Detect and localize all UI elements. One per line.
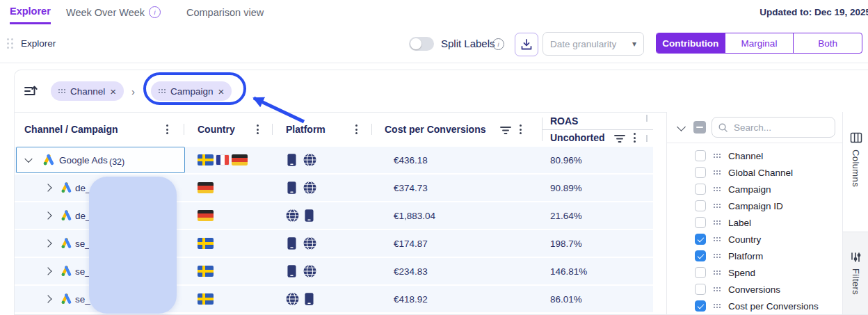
checkbox[interactable]: [695, 267, 706, 278]
filter-icon[interactable]: [614, 134, 625, 143]
cost-per-conversions-value: €436.18: [394, 155, 428, 165]
header-platform[interactable]: Platform: [286, 112, 326, 147]
checkbox[interactable]: [695, 217, 706, 228]
mode-contribution-button[interactable]: Contribution: [657, 33, 725, 53]
sort-order-icon[interactable]: [23, 83, 38, 102]
close-icon[interactable]: ×: [110, 86, 116, 97]
drag-dots-icon[interactable]: [714, 237, 721, 241]
kebab-menu-icon[interactable]: [634, 133, 636, 143]
column-item-campaign[interactable]: Campaign: [667, 181, 843, 197]
columns-panel: Channel Global Channel Campaign Campaign…: [666, 112, 843, 314]
filter-icon[interactable]: [500, 125, 511, 135]
caret-down-icon: ▾: [632, 39, 636, 49]
checkbox[interactable]: [695, 184, 706, 195]
tab-comparison-label: Comparison view: [186, 7, 264, 18]
rail-tab-columns[interactable]: Columns: [842, 112, 868, 232]
expand-chevron-icon[interactable]: [44, 267, 51, 275]
checkbox[interactable]: [695, 284, 706, 295]
checkbox[interactable]: [695, 150, 706, 161]
column-item-label: Conversions: [728, 284, 780, 295]
drag-dots-icon[interactable]: [58, 89, 65, 93]
split-labels-toggle[interactable]: [409, 37, 434, 51]
expand-chevron-icon[interactable]: [44, 295, 51, 302]
select-all-checkbox[interactable]: [693, 121, 706, 134]
updated-to-label: Updated to: Dec 19, 2025: [760, 0, 868, 24]
drag-dots-icon[interactable]: [714, 254, 721, 258]
drag-dots-icon[interactable]: [714, 287, 721, 291]
header-channel-campaign[interactable]: Channel / Campaign: [24, 112, 118, 147]
toolbar-title: Explorer: [21, 24, 56, 63]
header-cost-per-conversions[interactable]: Cost per Conversions: [385, 112, 485, 147]
collapse-chevron-icon[interactable]: [677, 122, 686, 131]
rail-tab-filters[interactable]: Filters: [842, 232, 868, 314]
table-row-google-ads[interactable]: Google Ads (32) €436.18 80.96%: [15, 147, 653, 173]
mode-marginal-button[interactable]: Marginal: [725, 33, 794, 53]
drag-dots-icon[interactable]: [714, 304, 721, 308]
checkbox-checked[interactable]: [695, 250, 706, 261]
mobile-platform-icon: [287, 265, 296, 278]
mode-both-button[interactable]: Both: [793, 33, 862, 53]
column-item-label: Channel: [728, 151, 763, 161]
drag-dots-icon[interactable]: [714, 154, 721, 158]
column-resize-handle[interactable]: [646, 115, 648, 122]
flag-germany-icon: [232, 154, 248, 165]
drag-dots-icon[interactable]: [714, 204, 721, 208]
column-item-label-field[interactable]: Label: [667, 214, 843, 231]
mobile-platform-icon: [305, 293, 314, 306]
grouping-breadcrumb-row: Channel × › Campaign ×: [15, 70, 868, 113]
search-input[interactable]: [732, 122, 819, 134]
checkbox-checked[interactable]: [695, 234, 706, 245]
column-item-cost-per-conversions[interactable]: Cost per Conversions: [667, 298, 843, 314]
tab-explorer[interactable]: Explorer: [10, 0, 51, 24]
kebab-menu-icon[interactable]: [166, 124, 168, 134]
header-country[interactable]: Country: [198, 112, 235, 147]
drag-dots-icon[interactable]: [714, 170, 721, 175]
drag-dots-icon[interactable]: [714, 270, 721, 275]
column-item-spend[interactable]: Spend: [667, 264, 843, 281]
download-button[interactable]: [515, 33, 538, 56]
tab-explorer-label: Explorer: [10, 6, 51, 17]
expand-chevron-icon[interactable]: [44, 211, 51, 219]
expand-chevron-icon[interactable]: [44, 184, 51, 191]
column-item-conversions[interactable]: Conversions: [667, 281, 843, 298]
google-ads-icon: [61, 182, 72, 194]
roas-value: 198.7%: [550, 239, 582, 249]
web-platform-icon: [303, 265, 316, 278]
tab-comparison-view[interactable]: Comparison view: [186, 0, 264, 24]
kebab-menu-icon[interactable]: [355, 124, 357, 134]
column-item-platform[interactable]: Platform: [667, 248, 843, 264]
checkbox[interactable]: [695, 167, 706, 178]
flag-sweden-icon: [198, 293, 214, 305]
drag-handle-icon[interactable]: [7, 38, 13, 49]
tab-week-over-week[interactable]: Week Over Week i: [66, 0, 161, 24]
column-item-channel[interactable]: Channel: [667, 147, 843, 164]
breadcrumb-chip-campaign[interactable]: Campaign ×: [151, 81, 232, 101]
column-item-campaign-id[interactable]: Campaign ID: [667, 197, 843, 214]
close-icon[interactable]: ×: [218, 86, 225, 97]
search-icon: [718, 122, 728, 133]
kebab-menu-icon[interactable]: [257, 124, 259, 134]
google-ads-icon: [61, 293, 72, 305]
roas-value: 21.64%: [550, 211, 582, 221]
column-item-country[interactable]: Country: [667, 231, 843, 248]
drag-dots-icon[interactable]: [159, 89, 166, 93]
breadcrumb-chip-channel[interactable]: Channel ×: [51, 81, 124, 101]
column-resize-handle[interactable]: [646, 135, 648, 142]
info-icon[interactable]: i: [492, 38, 504, 50]
drag-dots-icon[interactable]: [714, 187, 721, 191]
column-item-global-channel[interactable]: Global Channel: [667, 164, 843, 181]
column-item-label: Country: [728, 234, 761, 245]
filters-icon: [851, 252, 862, 263]
header-separator: [371, 124, 372, 135]
date-granularity-select[interactable]: Date granularity ▾: [542, 32, 644, 56]
expand-chevron-icon[interactable]: [44, 239, 51, 247]
checkbox-checked[interactable]: [695, 300, 706, 312]
flag-sweden-icon: [198, 238, 214, 249]
header-separator: [184, 124, 184, 135]
info-icon[interactable]: i: [149, 6, 161, 18]
cost-per-conversions-value: €374.73: [394, 183, 428, 193]
kebab-menu-icon[interactable]: [520, 124, 522, 134]
drag-dots-icon[interactable]: [714, 220, 721, 225]
row-count: (32): [109, 157, 124, 167]
checkbox[interactable]: [695, 200, 706, 211]
